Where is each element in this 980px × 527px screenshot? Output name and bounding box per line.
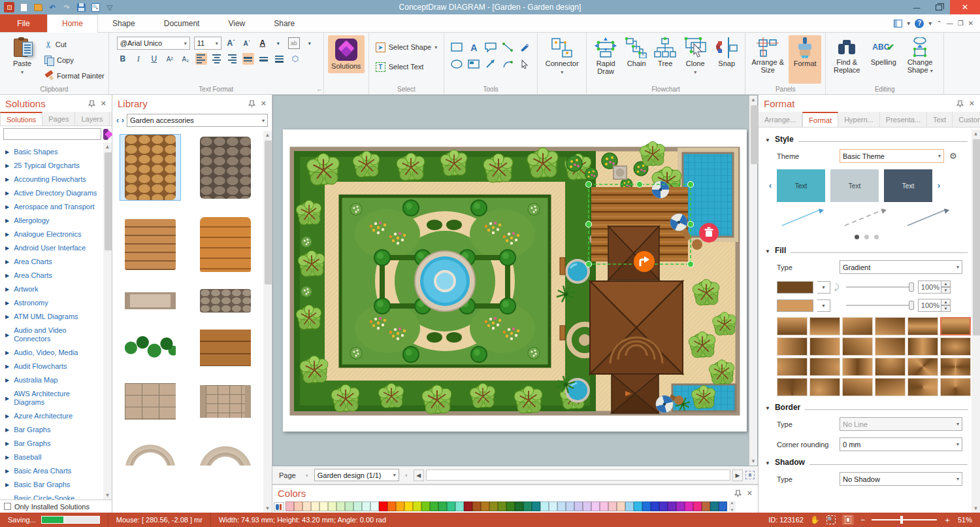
solution-list-item[interactable]: ▶25 Typical Orgcharts — [4, 159, 112, 173]
pin-icon[interactable] — [88, 100, 95, 107]
solution-list-item[interactable]: ▶Area Charts — [4, 255, 112, 269]
format-painter-button[interactable]: Format Painter — [44, 69, 105, 82]
gradient-style-cell[interactable] — [875, 337, 906, 356]
color-swatch[interactable] — [345, 502, 353, 511]
fill-type-combo[interactable]: Gradient▾ — [840, 260, 962, 274]
gradient-style-cell[interactable] — [809, 378, 840, 396]
library-shape-thumbnail[interactable] — [195, 383, 255, 420]
color-swatch[interactable] — [464, 502, 472, 511]
expand-arrow-icon[interactable]: ▶ — [5, 230, 9, 239]
superscript-icon[interactable]: A² — [164, 53, 176, 65]
app-icon[interactable] — [4, 2, 14, 12]
theme-preview-1[interactable]: Text — [777, 169, 825, 202]
line-tool-icon[interactable] — [502, 42, 513, 53]
solutions-button[interactable]: Solutions — [328, 35, 365, 73]
gradient-style-cell[interactable] — [940, 337, 971, 356]
spin-up-icon[interactable]: ▲ — [941, 280, 951, 287]
tab-view[interactable]: View — [214, 14, 259, 32]
expand-arrow-icon[interactable]: ▶ — [5, 412, 9, 420]
select-shape-button[interactable]: ➤ Select Shape▾ — [376, 41, 437, 54]
doc-minimize-icon[interactable]: — — [947, 20, 953, 27]
color-swatch[interactable] — [362, 502, 370, 511]
solutions-search-input[interactable] — [3, 128, 101, 140]
expand-arrow-icon[interactable]: ▶ — [5, 285, 9, 294]
color-swatch[interactable] — [668, 502, 676, 511]
expand-arrow-icon[interactable]: ▶ — [5, 467, 9, 475]
color-swatch[interactable] — [455, 502, 464, 511]
restore-button[interactable] — [928, 0, 950, 14]
prev-page-icon[interactable]: ‹ — [302, 469, 312, 481]
scroll-right-icon[interactable]: ▶ — [732, 469, 743, 481]
undo-icon[interactable]: ↶ — [47, 2, 57, 12]
fill-color1-swatch[interactable] — [777, 281, 813, 294]
doc-restore-icon[interactable]: ❐ — [958, 20, 964, 27]
color-swatch[interactable] — [286, 502, 294, 511]
connector-dropdown-icon[interactable]: ▾ — [561, 69, 563, 76]
solution-list-item[interactable]: ▶Astronomy — [4, 296, 112, 310]
gradient-style-cell[interactable] — [809, 358, 840, 376]
color-swatch[interactable] — [370, 502, 379, 511]
arrange-size-button[interactable]: Arrange & Size — [749, 35, 786, 84]
gradient-style-cell[interactable] — [940, 378, 971, 396]
align-left-icon[interactable] — [195, 53, 207, 65]
solution-list-item[interactable]: ▶Active Directory Diagrams — [4, 186, 112, 200]
library-shape-thumbnail[interactable] — [195, 217, 255, 272]
solution-list-item[interactable]: ▶Aerospace and Transport — [4, 200, 112, 214]
qat-dropdown-icon[interactable]: ▽ — [105, 2, 115, 12]
style-pagination-dots[interactable] — [765, 235, 968, 239]
spin-up-icon[interactable]: ▲ — [941, 299, 951, 305]
drawing-page[interactable] — [283, 129, 747, 432]
canvas-vertical-scrollbar[interactable]: ▲ ▼ — [749, 95, 757, 466]
expand-arrow-icon[interactable]: ▶ — [5, 426, 9, 434]
solution-list-item[interactable]: ▶Audio, Video, Media — [4, 346, 112, 360]
canvas-horizontal-scrollbar[interactable] — [426, 469, 730, 481]
solution-list-item[interactable]: ▶Bar Graphs — [4, 437, 112, 450]
palette-icon[interactable] — [274, 502, 284, 511]
color-swatch[interactable] — [591, 502, 600, 511]
grow-font-icon[interactable]: A˙ — [225, 37, 237, 49]
gradient-style-cell[interactable] — [777, 337, 808, 356]
clone-button[interactable]: Clone ▾ — [679, 35, 711, 84]
garden-design-drawing[interactable] — [283, 129, 747, 432]
help-dropdown-icon[interactable]: ▾ — [928, 20, 932, 27]
gradient-style-cell[interactable] — [907, 358, 938, 376]
arrow-tool-icon[interactable] — [485, 60, 496, 70]
gradient-style-cell[interactable] — [940, 317, 971, 335]
swap-colors-icon[interactable]: ⤸ — [834, 282, 842, 292]
gradient-style-cell[interactable] — [875, 378, 906, 396]
solution-list-item[interactable]: ▶Basic Bar Graphs — [4, 478, 112, 492]
solutions-scrollbar[interactable]: ▲ ▼ — [103, 143, 112, 500]
color-swatch[interactable] — [523, 502, 532, 511]
gradient-style-cell[interactable] — [940, 358, 971, 376]
callout-tool-icon[interactable] — [485, 42, 497, 54]
format-scrollbar[interactable]: ▲ ▼ — [972, 129, 980, 513]
library-shape-thumbnail[interactable] — [120, 289, 180, 313]
solution-list-item[interactable]: ▶Android User Interface — [4, 241, 112, 255]
expand-arrow-icon[interactable]: ▶ — [5, 394, 9, 403]
color-swatch[interactable] — [387, 502, 396, 511]
font-family-combo[interactable]: @Arial Unico▾ — [117, 37, 190, 50]
textbox-tool-icon[interactable] — [468, 60, 480, 70]
color-swatch[interactable] — [625, 502, 634, 511]
expand-arrow-icon[interactable]: ▶ — [5, 331, 9, 339]
line-style-preview-1[interactable] — [779, 206, 828, 228]
shrink-font-icon[interactable]: A˙ — [241, 37, 253, 49]
color-swatch[interactable] — [421, 502, 430, 511]
redo-icon[interactable]: ↷ — [61, 2, 72, 12]
fill-opacity2-slider[interactable] — [846, 301, 914, 310]
fill-opacity1-spinner[interactable]: 100%▲▼ — [918, 280, 951, 294]
solutions-tab[interactable]: Solutions — [0, 112, 42, 126]
zoom-slider[interactable] — [872, 516, 937, 524]
color-swatch[interactable] — [438, 502, 447, 511]
expand-arrow-icon[interactable]: ▶ — [5, 189, 9, 197]
gradient-style-cell[interactable] — [907, 378, 938, 396]
spelling-button[interactable]: ABC✔ Spelling — [866, 35, 900, 84]
doc-close-icon[interactable]: ✕ — [968, 20, 973, 27]
expand-arrow-icon[interactable]: ▶ — [5, 175, 9, 184]
themes-next-icon[interactable]: › — [938, 181, 940, 190]
arc-tool-icon[interactable] — [502, 60, 513, 70]
pen-tool-icon[interactable] — [519, 42, 530, 53]
solution-list-item[interactable]: ▶Audit Flowcharts — [4, 360, 112, 373]
theme-preview-2[interactable]: Text — [830, 169, 879, 202]
font-size-combo[interactable]: 11▾ — [194, 37, 221, 50]
